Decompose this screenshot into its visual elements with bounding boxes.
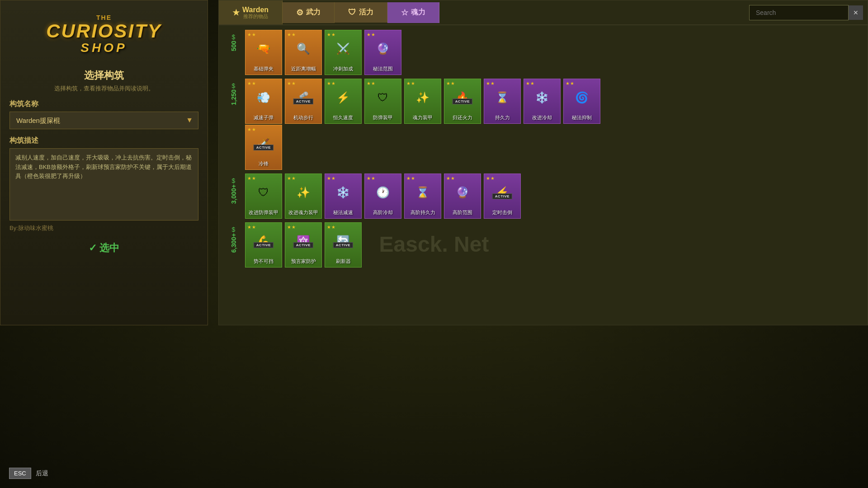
item-card-shibukeding[interactable]: ★ ★ 💪 ACTIVE 势不可挡: [245, 222, 282, 267]
star-icon: ★: [232, 8, 240, 18]
active-badge: ACTIVE: [293, 99, 313, 104]
star-outline-icon: ☆: [401, 8, 408, 18]
price-row-3000: $ 3,000+ ★ ★ 🛡 改进防弹装甲 ★: [226, 174, 861, 219]
panel-title: 选择构筑: [84, 69, 124, 82]
icon-area: ❄️: [327, 176, 359, 209]
tabs-bar: ★ Warden 推荐的物品 ⚙ 武力 🛡 活力 ☆ 魂力 ✕: [219, 0, 868, 25]
active-badge: ACTIVE: [254, 145, 274, 150]
item-card-jiansuzidan[interactable]: ★ ★ 💨 减速子弹: [245, 79, 282, 124]
item-card-yuyanjiafanghu[interactable]: ★ ★ 🔯 ACTIVE 预言家防护: [285, 222, 322, 267]
item-label: 势不可挡: [254, 258, 274, 264]
item-icon-jichudanjia: 🔫: [254, 39, 274, 59]
price-label-500: $ 500: [226, 30, 241, 51]
item-card-guihuanhuoli[interactable]: ★ ★ 🔥 ACTIVE 归还火力: [444, 79, 481, 124]
price-label-empty: [226, 125, 241, 128]
item-card-gaojiechijiuli[interactable]: ★ ★ ⌛ 高阶持久力: [404, 174, 441, 219]
item-label-chongci: 冲刺加成: [333, 66, 353, 72]
item-card-gaijinlengjue[interactable]: ★ ★ ❄️ 改进冷却: [524, 79, 561, 124]
items-row-3000: ★ ★ 🛡 改进防弹装甲 ★ ★ ✨ 改进魂力: [245, 174, 861, 219]
esc-button[interactable]: ESC: [9, 468, 31, 479]
item-label: 预言家防护: [291, 258, 316, 264]
active-badge: ACTIVE: [453, 99, 472, 104]
item-card-hengjusudu[interactable]: ★ ★ ⚡ 恒久速度: [325, 79, 362, 124]
icon-area: ⚔️: [327, 32, 359, 66]
item-card-chijiu[interactable]: ★ ★ ⌛ 持久力: [484, 79, 521, 124]
item-icon: 🦿: [293, 88, 313, 108]
price-row-1250: $ 1,250 ★ ★ 💨 减速子弹 ★ ★: [226, 79, 861, 124]
item-card-mifayizhi[interactable]: ★ ★ 🌀 秘法抑制: [563, 79, 600, 124]
item-icon: 🛡: [373, 88, 393, 108]
search-input[interactable]: [749, 5, 849, 20]
items-scroll-area[interactable]: $ 500 ★ ★ 🔫 基础弹夹 ★ ★: [219, 25, 868, 325]
item-card-dingshijidao[interactable]: ★ ★ ⚡ ACTIVE 定时击倒: [484, 174, 521, 219]
icon-area: 💪 ACTIVE: [247, 225, 280, 258]
tab-warden[interactable]: ★ Warden 推荐的物品: [219, 0, 283, 24]
item-card-lengfeng[interactable]: ★ ★ 🗡️ ACTIVE 冷锋: [245, 125, 282, 170]
build-name-select[interactable]: Warden援屎棍: [9, 112, 198, 129]
item-card-fangdanzhuangjia[interactable]: ★ ★ 🛡 防弹装甲: [364, 79, 401, 124]
items-row-500: ★ ★ 🔫 基础弹夹 ★ ★ 🔍 近距离增幅: [245, 30, 861, 75]
item-icon: ⚡: [333, 88, 353, 108]
icon-area: 🛡: [247, 176, 280, 209]
item-card-gaojielengjue[interactable]: ★ ★ 🕐 高阶冷却: [364, 174, 401, 219]
back-label: 后退: [36, 469, 48, 478]
item-card-jidongbuxing[interactable]: ★ ★ 🦿 ACTIVE 机动步行: [285, 79, 322, 124]
item-label: 定时击倒: [492, 209, 512, 216]
item-icon: 💨: [254, 88, 274, 108]
build-select-wrapper[interactable]: Warden援屎棍 ▼: [9, 112, 198, 129]
item-card-mifajiansu[interactable]: ★ ★ ❄️ 秘法减速: [325, 174, 362, 219]
item-icon: 🔯: [293, 231, 313, 251]
item-card-chongci[interactable]: ★ ★ ⚔️ 冲刺加成: [325, 30, 362, 75]
item-label: 持久力: [495, 114, 510, 121]
select-btn-label: 选中: [99, 241, 119, 255]
icon-area: 💨: [247, 81, 280, 114]
item-card-jichudanjia[interactable]: ★ ★ 🔫 基础弹夹: [245, 30, 282, 75]
item-label: 改进防弹装甲: [249, 209, 278, 216]
price-value-6300: 6,300+: [230, 233, 237, 253]
item-icon: 🔄: [333, 231, 353, 251]
icon-area: 🔄 ACTIVE: [327, 225, 359, 258]
price-value-3000: 3,000+: [230, 184, 237, 204]
icon-area: 🔯 ACTIVE: [287, 225, 320, 258]
item-card-gaojiefanwei[interactable]: ★ ★ 🔮 高阶范围: [444, 174, 481, 219]
item-label-mifafanwei: 秘法范围: [373, 66, 393, 72]
item-card-hunlizhuangjia[interactable]: ★ ★ ✨ 魂力装甲: [404, 79, 441, 124]
logo-curiosity: CURIOSITY: [9, 22, 198, 41]
item-label: 改进魂力装甲: [288, 209, 318, 216]
icon-area: 🔮: [446, 176, 479, 209]
item-label-jinjuli: 近距离增幅: [291, 66, 316, 72]
tab-wuji[interactable]: ⚙ 武力: [283, 2, 335, 23]
tab-huoli[interactable]: 🛡 活力: [335, 2, 387, 23]
item-icon: 🔥: [453, 88, 472, 108]
icon-area: 🔮: [367, 32, 399, 66]
build-name-label: 构筑名称: [9, 99, 38, 109]
item-icon: 💪: [254, 231, 274, 251]
select-build-button[interactable]: ✓ 选中: [89, 241, 119, 255]
price-label-1250: $ 1,250: [226, 79, 241, 105]
item-card-gaijinfangdan[interactable]: ★ ★ 🛡 改进防弹装甲: [245, 174, 282, 219]
active-badge: ACTIVE: [254, 242, 274, 248]
icon-area: ⚡: [327, 81, 359, 114]
item-card-shuaxinqi[interactable]: ★ ★ 🔄 ACTIVE 刷新器: [325, 222, 362, 267]
tab-warden-sub: 推荐的物品: [242, 14, 269, 19]
item-icon: 🕐: [373, 183, 393, 202]
item-label: 刷新器: [336, 258, 351, 264]
search-close-button[interactable]: ✕: [849, 5, 863, 20]
checkmark-icon: ✓: [89, 242, 97, 254]
esc-area: ESC 后退: [9, 468, 48, 479]
icon-area: ⌛: [406, 176, 439, 209]
price-row-1250b: ★ ★ 🗡️ ACTIVE 冷锋: [226, 125, 861, 170]
coin-icon-500: $: [232, 33, 236, 41]
item-icon-mifafanwei: 🔮: [373, 39, 393, 59]
item-card-jinjuli[interactable]: ★ ★ 🔍 近距离增幅: [285, 30, 322, 75]
item-card-gaijinhunli[interactable]: ★ ★ ✨ 改进魂力装甲: [285, 174, 322, 219]
build-desc-label: 构筑描述: [9, 136, 38, 145]
tab-hunli-label: 魂力: [411, 8, 425, 17]
logo-shop: SHOP: [9, 41, 198, 55]
price-row-6300: $ 6,300+ ★ ★ 💪 ACTIVE 势不可挡: [226, 222, 861, 267]
item-label: 冷锋: [259, 160, 269, 167]
item-icon: ❄️: [333, 183, 353, 202]
item-card-mifafanwei[interactable]: ★ ★ 🔮 秘法范围: [364, 30, 401, 75]
tab-hunli[interactable]: ☆ 魂力: [387, 2, 439, 23]
item-label: 秘法减速: [333, 209, 353, 216]
